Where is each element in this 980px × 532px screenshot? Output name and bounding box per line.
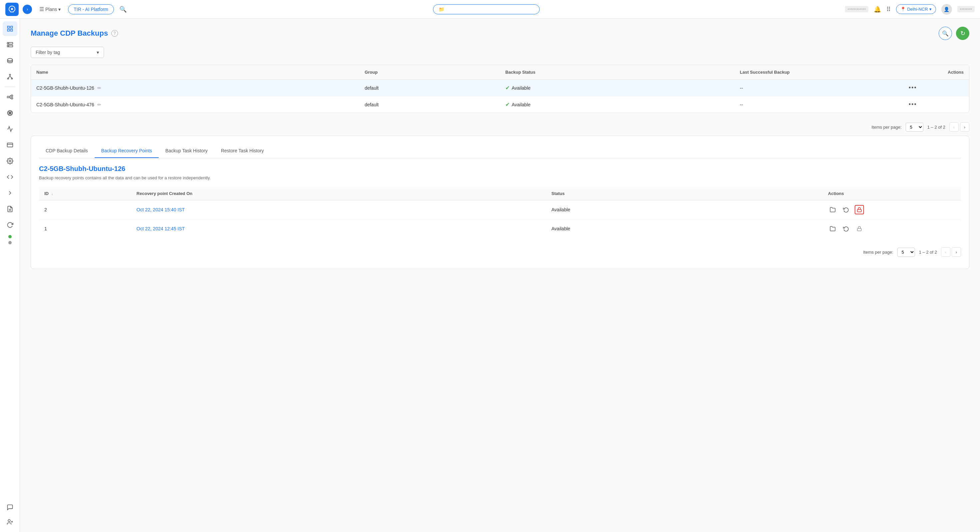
main-table-container: Name Group Backup Status Last Successful… xyxy=(31,65,969,113)
cell-last-backup: -- xyxy=(734,96,903,113)
tab-restore-task-history[interactable]: Restore Task History xyxy=(214,144,270,158)
search-input[interactable] xyxy=(447,7,534,12)
svg-rect-6 xyxy=(7,45,13,47)
svg-rect-25 xyxy=(858,228,861,231)
tab-backup-task-history[interactable]: Backup Task History xyxy=(159,144,214,158)
folder-icon: 📁 xyxy=(439,7,444,12)
row-actions-menu[interactable]: ••• xyxy=(908,84,917,91)
row-actions-menu[interactable]: ••• xyxy=(908,101,917,108)
create-volume-icon[interactable] xyxy=(828,205,837,214)
sidebar-item-kubernetes[interactable] xyxy=(3,106,18,120)
sidebar-dot-1 xyxy=(8,235,12,238)
rp-cell-status: Available xyxy=(546,200,822,219)
pagination-nav: ‹ › xyxy=(949,122,969,132)
recovery-point-date-link[interactable]: Oct 22, 2024 15:40 IST xyxy=(137,207,185,212)
chevron-down-icon: ▾ xyxy=(929,7,932,12)
sidebar-item-loadbalancer[interactable] xyxy=(3,90,18,104)
sidebar-item-network[interactable] xyxy=(3,69,18,84)
rp-cell-date: Oct 22, 2024 15:40 IST xyxy=(131,200,546,219)
recovery-points-table: ID ↓ Recovery point Created On Status Ac… xyxy=(39,187,961,238)
plans-menu[interactable]: ☰ Plans ▾ xyxy=(36,4,64,14)
user-name: •••••••• xyxy=(957,6,975,12)
refresh-button[interactable]: ↻ xyxy=(956,27,969,40)
pagination-next[interactable]: › xyxy=(960,122,969,132)
sidebar-item-git[interactable] xyxy=(3,186,18,200)
sidebar-item-servers[interactable] xyxy=(3,37,18,52)
rp-actions-group xyxy=(828,205,956,214)
create-volume-icon[interactable] xyxy=(828,224,837,233)
rp-cell-date: Oct 22, 2024 12:45 IST xyxy=(131,219,546,238)
rp-cell-id: 2 xyxy=(39,200,131,219)
sidebar-item-docs[interactable] xyxy=(3,202,18,216)
tab-backup-recovery-points[interactable]: Backup Recovery Points xyxy=(95,144,159,158)
svg-point-8 xyxy=(8,46,9,46)
rp-actions-group xyxy=(828,224,956,233)
check-circle-icon: ✔ xyxy=(505,101,510,108)
cell-name: C2-5GB-Shubh-Ubuntu-126 ✏ xyxy=(31,80,360,96)
filter-chevron-icon: ▾ xyxy=(97,50,99,55)
svg-rect-13 xyxy=(7,96,9,98)
sort-icon[interactable]: ↓ xyxy=(51,192,53,196)
location-icon: 📍 xyxy=(900,7,906,12)
svg-point-11 xyxy=(7,78,8,79)
sidebar-item-add-user[interactable] xyxy=(3,514,18,529)
user-avatar[interactable]: 👤 xyxy=(941,4,952,15)
main-table-pagination: Items per page: 5 10 25 1 – 2 of 2 ‹ › xyxy=(31,118,969,136)
top-search-icon[interactable]: 🔍 xyxy=(118,4,128,14)
filter-by-tag-dropdown[interactable]: Filter by tag ▾ xyxy=(31,47,104,58)
sidebar-item-storage[interactable] xyxy=(3,53,18,68)
edit-icon[interactable]: ✏ xyxy=(97,102,101,107)
rp-pagination-nav: ‹ › xyxy=(941,247,961,256)
cell-name: C2-5GB-Shubh-Ubuntu-476 ✏ xyxy=(31,96,360,113)
rp-col-created-on: Recovery point Created On xyxy=(131,187,546,200)
sidebar-item-settings[interactable] xyxy=(3,154,18,168)
restore-icon[interactable] xyxy=(842,224,851,233)
svg-rect-1 xyxy=(7,26,10,28)
rp-table-header: ID ↓ Recovery point Created On Status Ac… xyxy=(39,187,961,200)
recovery-point-date-link[interactable]: Oct 22, 2024 12:45 IST xyxy=(137,226,185,231)
svg-rect-2 xyxy=(10,26,12,28)
sidebar-item-monitor[interactable] xyxy=(3,122,18,136)
expand-button[interactable]: › xyxy=(23,5,32,14)
cell-status: ✔ Available xyxy=(500,96,735,113)
sidebar-bottom xyxy=(3,500,18,529)
sidebar-item-cycle[interactable] xyxy=(3,218,18,233)
sidebar-item-billing[interactable] xyxy=(3,138,18,152)
app-logo[interactable] xyxy=(5,3,19,16)
tabs: CDP Backup Details Backup Recovery Point… xyxy=(39,144,961,158)
table-row[interactable]: C2-5GB-Shubh-Ubuntu-476 ✏ default ✔ Avai… xyxy=(31,96,969,113)
svg-point-21 xyxy=(8,520,10,522)
grid-icon[interactable]: ⠿ xyxy=(886,6,891,13)
tir-platform-button[interactable]: TIR - AI Platform xyxy=(68,4,114,14)
status-available: ✔ Available xyxy=(505,84,729,91)
items-per-page-label: Items per page: xyxy=(871,125,901,130)
rp-pagination-next[interactable]: › xyxy=(952,247,961,256)
pagination-prev[interactable]: ‹ xyxy=(949,122,959,132)
bell-icon[interactable]: 🔔 xyxy=(873,6,881,13)
rp-pagination-prev[interactable]: ‹ xyxy=(941,247,950,256)
help-icon[interactable]: ? xyxy=(111,30,118,37)
svg-rect-4 xyxy=(10,29,12,31)
filter-section: Filter by tag ▾ xyxy=(31,47,969,58)
region-selector[interactable]: 📍 Delhi-NCR ▾ xyxy=(896,4,935,14)
items-per-page-select[interactable]: 5 10 25 xyxy=(906,123,923,132)
svg-point-12 xyxy=(11,78,12,79)
lock-inactive-icon[interactable] xyxy=(855,224,864,233)
lock-icon[interactable] xyxy=(855,205,864,214)
edit-icon[interactable]: ✏ xyxy=(97,85,101,91)
page-search-button[interactable]: 🔍 xyxy=(939,27,952,40)
rp-items-per-page-select[interactable]: 5 10 25 xyxy=(897,248,915,256)
table-row[interactable]: C2-5GB-Shubh-Ubuntu-126 ✏ default ✔ Avai… xyxy=(31,80,969,96)
sidebar-item-code[interactable] xyxy=(3,170,18,184)
restore-icon[interactable] xyxy=(842,205,851,214)
sidebar-item-support[interactable] xyxy=(3,500,18,514)
col-header-last-backup: Last Successful Backup xyxy=(734,65,903,80)
top-search-bar[interactable]: 📁 xyxy=(433,4,540,14)
cell-group: default xyxy=(360,80,500,96)
page-actions: 🔍 ↻ xyxy=(939,27,969,40)
tab-cdp-backup-details[interactable]: CDP Backup Details xyxy=(39,144,95,158)
sidebar-item-dashboard[interactable] xyxy=(3,21,18,36)
rp-cell-status: Available xyxy=(546,219,822,238)
navbar-right: •••••••••••• 🔔 ⠿ 📍 Delhi-NCR ▾ 👤 •••••••… xyxy=(845,4,975,15)
svg-rect-3 xyxy=(7,29,10,31)
